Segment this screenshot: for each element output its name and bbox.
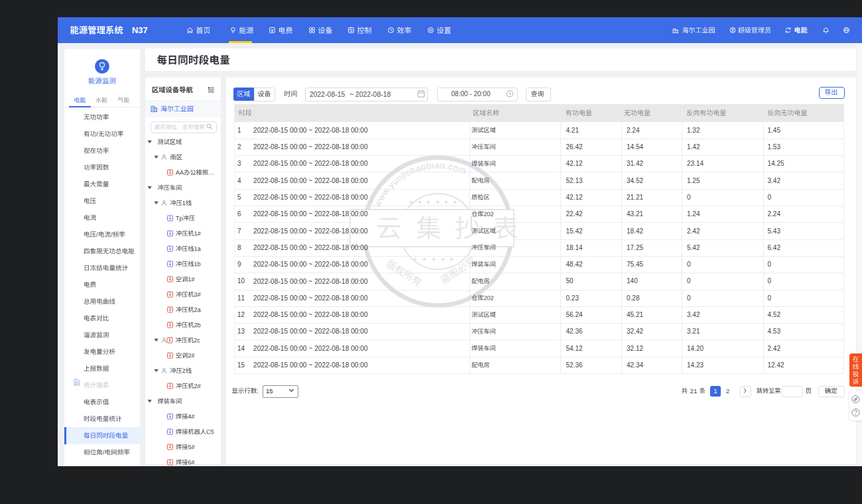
svg-text:14: 14 <box>237 345 245 352</box>
svg-text:0: 0 <box>768 261 772 268</box>
svg-text:0: 0 <box>768 277 772 284</box>
svg-text:18.42: 18.42 <box>627 227 643 235</box>
svg-text:14.20: 14.20 <box>687 345 704 352</box>
svg-text:3: 3 <box>237 160 241 167</box>
svg-text:5: 5 <box>237 194 241 201</box>
svg-text:2: 2 <box>237 143 241 151</box>
svg-text:0: 0 <box>687 194 691 201</box>
svg-text:2022-08-15 00:00 ~ 2022-08-18: 2022-08-15 00:00 ~ 2022-08-18 00:00 <box>253 194 368 201</box>
svg-text:2: 2 <box>726 387 729 395</box>
svg-text:48.42: 48.42 <box>566 261 583 268</box>
svg-text:56.24: 56.24 <box>566 311 583 318</box>
svg-text:3.42: 3.42 <box>768 177 781 184</box>
svg-text:6.42: 6.42 <box>768 244 781 251</box>
svg-text:2022-08-15 00:00 ~ 2022-08-18: 2022-08-15 00:00 ~ 2022-08-18 00:00 <box>253 278 368 285</box>
svg-text:45.21: 45.21 <box>627 311 643 318</box>
svg-text:0: 0 <box>687 261 691 268</box>
svg-text:2.24: 2.24 <box>768 210 781 218</box>
svg-text:31.42: 31.42 <box>627 160 643 167</box>
svg-text:2022-08-15 00:00 ~ 2022-08-18: 2022-08-15 00:00 ~ 2022-08-18 00:00 <box>253 160 368 167</box>
svg-text:42.36: 42.36 <box>566 328 583 335</box>
svg-text:3.42: 3.42 <box>687 311 700 318</box>
svg-text:2022-08-15 00:00 ~ 2022-08-18: 2022-08-15 00:00 ~ 2022-08-18 00:00 <box>253 143 368 151</box>
svg-text:4.52: 4.52 <box>768 311 781 318</box>
svg-text:2022-08-18: 2022-08-18 <box>355 91 391 98</box>
svg-text:18.14: 18.14 <box>566 244 583 251</box>
svg-text:13: 13 <box>237 328 245 335</box>
svg-text:2.42: 2.42 <box>687 227 700 235</box>
svg-text:0: 0 <box>687 294 691 302</box>
svg-text:14.23: 14.23 <box>687 361 704 369</box>
svg-text:08:00 - 20:00: 08:00 - 20:00 <box>452 90 491 97</box>
svg-text:1.42: 1.42 <box>687 143 700 151</box>
svg-text:75.45: 75.45 <box>627 261 643 268</box>
svg-text:2022-08-15 00:00 ~ 2022-08-18: 2022-08-15 00:00 ~ 2022-08-18 00:00 <box>253 210 368 218</box>
svg-text:4.21: 4.21 <box>566 127 580 134</box>
svg-text:14.54: 14.54 <box>627 143 643 151</box>
svg-text:10: 10 <box>237 277 245 284</box>
svg-text:2022-08-15 00:00 ~ 2022-08-18: 2022-08-15 00:00 ~ 2022-08-18 00:00 <box>253 311 368 318</box>
svg-text:0.28: 0.28 <box>627 294 640 302</box>
svg-text:34.52: 34.52 <box>627 177 643 184</box>
svg-text:54.12: 54.12 <box>566 345 583 352</box>
svg-text:2022-08-15 00:00 ~ 2022-08-18: 2022-08-15 00:00 ~ 2022-08-18 00:00 <box>253 361 368 369</box>
svg-text:2022-08-15 00:00 ~ 2022-08-18: 2022-08-15 00:00 ~ 2022-08-18 00:00 <box>253 294 368 302</box>
svg-text:32.12: 32.12 <box>627 345 643 352</box>
svg-text:32.42: 32.42 <box>627 328 643 335</box>
svg-text:2022-08-15 00:00 ~ 2022-08-18: 2022-08-15 00:00 ~ 2022-08-18 00:00 <box>253 244 368 251</box>
svg-text:14.25: 14.25 <box>768 160 784 167</box>
svg-text:1: 1 <box>713 387 717 395</box>
svg-text:2022-08-15 00:00 ~ 2022-08-18: 2022-08-15 00:00 ~ 2022-08-18 00:00 <box>253 227 368 235</box>
svg-text:21: 21 <box>690 387 698 395</box>
svg-text:1.45: 1.45 <box>768 127 781 134</box>
svg-text:0: 0 <box>768 194 772 201</box>
svg-text:6: 6 <box>237 210 241 218</box>
svg-text:0: 0 <box>687 277 691 284</box>
svg-text:52.13: 52.13 <box>566 177 583 184</box>
svg-text:1.53: 1.53 <box>768 143 781 151</box>
svg-text:12: 12 <box>237 311 245 318</box>
svg-text:N37: N37 <box>132 25 148 35</box>
svg-text:5.42: 5.42 <box>687 244 700 251</box>
svg-text:2022-08-15 00:00 ~ 2022-08-18: 2022-08-15 00:00 ~ 2022-08-18 00:00 <box>253 177 368 184</box>
svg-text:9: 9 <box>237 261 241 268</box>
svg-text:2.42: 2.42 <box>768 345 781 352</box>
svg-text:12.42: 12.42 <box>768 361 784 369</box>
svg-text:4.53: 4.53 <box>768 328 781 335</box>
svg-text:2022-08-15 00:00 ~ 2022-08-18: 2022-08-15 00:00 ~ 2022-08-18 00:00 <box>253 328 368 335</box>
svg-text:2022-08-15 00:00 ~ 2022-08-18: 2022-08-15 00:00 ~ 2022-08-18 00:00 <box>253 345 368 352</box>
svg-text:7: 7 <box>237 227 241 235</box>
svg-text:21.21: 21.21 <box>627 194 643 201</box>
svg-text:1: 1 <box>237 127 241 134</box>
svg-text:17.25: 17.25 <box>627 244 643 251</box>
svg-text:23.14: 23.14 <box>687 160 704 167</box>
svg-text:3.21: 3.21 <box>687 328 700 335</box>
svg-text:~: ~ <box>349 91 353 98</box>
svg-text:1.25: 1.25 <box>687 177 700 184</box>
svg-text:11: 11 <box>237 294 245 302</box>
svg-text:2022-08-15 00:00 ~ 2022-08-18: 2022-08-15 00:00 ~ 2022-08-18 00:00 <box>253 127 368 134</box>
svg-text:26.42: 26.42 <box>566 143 583 151</box>
svg-text:2.24: 2.24 <box>627 127 640 134</box>
svg-text:2022-08-15: 2022-08-15 <box>310 91 345 98</box>
svg-text:22.42: 22.42 <box>566 210 583 218</box>
svg-text:2022-08-15 00:00 ~ 2022-08-18: 2022-08-15 00:00 ~ 2022-08-18 00:00 <box>253 261 368 268</box>
svg-text:15: 15 <box>237 361 245 369</box>
svg-text:42.12: 42.12 <box>566 160 583 167</box>
svg-text:1.24: 1.24 <box>687 210 700 218</box>
svg-text:1.32: 1.32 <box>687 127 700 134</box>
svg-text:140: 140 <box>627 277 638 284</box>
svg-text:15: 15 <box>266 387 273 395</box>
svg-text:0.23: 0.23 <box>566 294 580 302</box>
svg-text:15.42: 15.42 <box>566 227 583 235</box>
svg-text:42.12: 42.12 <box>566 194 583 201</box>
svg-text:52.36: 52.36 <box>566 361 583 369</box>
svg-text:5.43: 5.43 <box>768 227 781 235</box>
svg-text:4: 4 <box>237 177 241 184</box>
svg-text:0: 0 <box>768 294 772 302</box>
svg-text:43.21: 43.21 <box>627 210 643 218</box>
svg-text:42.34: 42.34 <box>627 361 643 369</box>
svg-text:50: 50 <box>566 277 574 284</box>
svg-text:8: 8 <box>237 244 241 251</box>
